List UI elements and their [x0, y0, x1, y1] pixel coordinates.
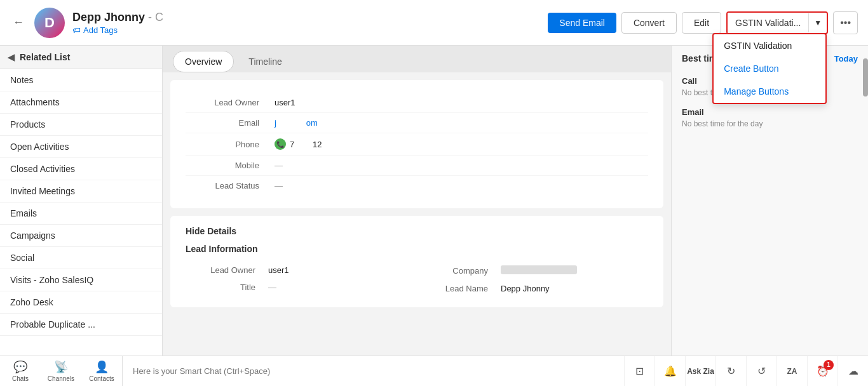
email-text: j om — [275, 118, 318, 128]
lead-info-left: Lead Owner user1 Title — — [186, 262, 416, 297]
email-value[interactable]: j om — [275, 118, 648, 128]
lead-info-grid: Lead Owner user1 Title — Company — [186, 262, 648, 297]
sidebar-item-products[interactable]: Products — [0, 114, 162, 136]
channels-icon: 📡 — [54, 360, 68, 374]
contact-name: Depp Jhonny - C — [72, 11, 540, 24]
scrollbar-track — [863, 46, 868, 356]
sidebar-item-probable-duplicate[interactable]: Probable Duplicate ... — [0, 314, 162, 336]
undo-icon[interactable]: ↺ — [746, 356, 776, 387]
email-label: Email — [186, 118, 275, 128]
lead-info-row-company: Company — [418, 262, 648, 280]
company-label: Company — [418, 266, 501, 276]
sidebar-item-campaigns[interactable]: Campaigns — [0, 225, 162, 247]
email-desc: No best time for the day — [682, 119, 858, 128]
lead-status-label: Lead Status — [186, 181, 275, 190]
cloud-sync-icon[interactable]: ☁ — [837, 356, 868, 387]
lead-name-label: Lead Name — [418, 284, 501, 293]
sidebar-item-zoho-salesiq[interactable]: Visits - Zoho SalesIQ — [0, 269, 162, 291]
phone-number: 7 12 — [290, 140, 322, 149]
tab-overview[interactable]: Overview — [173, 51, 234, 72]
detail-row-lead-status: Lead Status — — [186, 176, 648, 196]
content-scroll: Overview Timeline Lead Owner user1 Email… — [163, 46, 671, 356]
sidebar-item-invited-meetings[interactable]: Invited Meetings — [0, 180, 162, 203]
phone-value: 📞 7 12 — [275, 138, 648, 150]
tab-timeline[interactable]: Timeline — [236, 51, 294, 72]
contacts-label: Contacts — [89, 375, 114, 382]
lead-info-row-leadname: Lead Name Depp Jhonny — [418, 280, 648, 297]
sidebar-title: Related List — [20, 52, 70, 62]
notification-badge: 1 — [824, 360, 834, 370]
sidebar-item-open-activities[interactable]: Open Activities — [0, 136, 162, 158]
header-info: Depp Jhonny - C 🏷 Add Tags — [72, 11, 540, 35]
gstin-dropdown-arrow[interactable]: ▼ — [808, 13, 827, 32]
nav-contacts[interactable]: 👤 Contacts — [81, 356, 122, 387]
right-panel-date[interactable]: Today — [834, 54, 858, 63]
sidebar-item-zoho-desk[interactable]: Zoho Desk — [0, 291, 162, 314]
header: ← D Depp Jhonny - C 🏷 Add Tags Send Emai… — [0, 0, 868, 46]
channels-label: Channels — [48, 375, 74, 382]
contacts-icon: 👤 — [95, 360, 109, 374]
sidebar-item-attachments[interactable]: Attachments — [0, 91, 162, 114]
add-tags-link[interactable]: 🏷 Add Tags — [72, 25, 540, 35]
title-value: — — [268, 283, 276, 292]
nav-chats[interactable]: 💬 Chats — [0, 356, 41, 387]
company-value — [501, 265, 577, 276]
edit-button[interactable]: Edit — [682, 12, 721, 34]
detail-row-mobile: Mobile — — [186, 156, 648, 176]
tabs-bar: Overview Timeline — [163, 46, 671, 72]
lead-status-value: — — [275, 181, 648, 190]
detail-row-lead-owner: Lead Owner user1 — [186, 93, 648, 113]
chats-icon: 💬 — [13, 360, 27, 374]
phone-label: Phone — [186, 140, 275, 149]
lead-owner-value2: user1 — [268, 265, 289, 275]
company-blurred — [501, 265, 577, 274]
hide-details-section: Hide Details Lead Information Lead Owner… — [170, 216, 663, 307]
best-time-email: Email No best time for the day — [682, 107, 858, 128]
scrollbar-thumb[interactable] — [863, 58, 868, 96]
overview-detail-card: Lead Owner user1 Email j om Phone 📞 7 12 — [170, 80, 663, 208]
ask-zia-button[interactable]: Ask Zia — [685, 356, 715, 387]
gstin-dropdown-menu: GSTIN Validation Create Button Manage Bu… — [712, 33, 827, 104]
convert-button[interactable]: Convert — [621, 12, 677, 34]
tag-icon: 🏷 — [72, 25, 81, 35]
lead-info-right: Company Lead Name Depp Jhonny — [418, 262, 648, 297]
gstin-dropdown-container: GSTIN Validati... ▼ GSTIN Validation Cre… — [726, 11, 828, 34]
zia-icon[interactable]: ZA — [776, 356, 807, 387]
avatar: D — [34, 8, 65, 38]
sidebar-item-emails[interactable]: Emails — [0, 203, 162, 225]
back-button[interactable]: ← — [10, 13, 27, 32]
chats-label: Chats — [12, 375, 29, 382]
detail-row-email: Email j om — [186, 113, 648, 133]
sidebar-item-notes[interactable]: Notes — [0, 69, 162, 91]
manage-buttons-item[interactable]: Manage Buttons — [714, 80, 825, 103]
sidebar-toggle-icon[interactable]: ◀ — [8, 52, 15, 62]
more-options-button[interactable]: ••• — [833, 11, 858, 34]
nav-channels[interactable]: 📡 Channels — [41, 356, 81, 387]
refresh-icon[interactable]: ↻ — [715, 356, 746, 387]
sidebar-item-social[interactable]: Social — [0, 247, 162, 269]
gstin-button[interactable]: GSTIN Validati... — [728, 13, 808, 33]
screen-share-icon[interactable]: ⊡ — [624, 356, 654, 387]
reminder-icon[interactable]: ⏰ 1 — [807, 356, 837, 387]
send-email-button[interactable]: Send Email — [548, 13, 616, 33]
notification-icon[interactable]: 🔔 — [654, 356, 685, 387]
smart-chat-input[interactable] — [123, 366, 624, 376]
name-suffix: - C — [148, 11, 163, 23]
email-title: Email — [682, 107, 858, 117]
hide-details-button[interactable]: Hide Details — [186, 226, 648, 236]
lead-info-row-title: Title — — [186, 279, 416, 296]
lead-info-title: Lead Information — [186, 244, 648, 254]
mobile-value: — — [275, 161, 648, 170]
gstin-validation-item[interactable]: GSTIN Validation — [714, 34, 825, 57]
lead-owner-label2: Lead Owner — [186, 265, 268, 275]
sidebar-header: ◀ Related List — [0, 46, 162, 69]
sidebar-item-closed-activities[interactable]: Closed Activities — [0, 158, 162, 180]
detail-row-phone: Phone 📞 7 12 — [186, 133, 648, 156]
phone-icon: 📞 — [275, 138, 286, 150]
title-label: Title — [186, 283, 268, 292]
bottom-nav: 💬 Chats 📡 Channels 👤 Contacts — [0, 356, 123, 387]
lead-owner-label: Lead Owner — [186, 98, 275, 107]
sidebar: ◀ Related List Notes Attachments Product… — [0, 46, 163, 356]
create-button-item[interactable]: Create Button — [714, 57, 825, 80]
lead-owner-value: user1 — [275, 98, 648, 107]
